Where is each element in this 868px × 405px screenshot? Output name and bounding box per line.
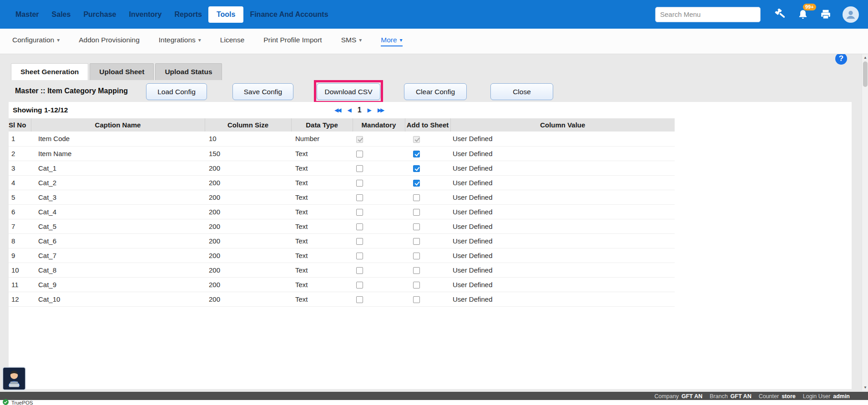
subnav-more[interactable]: More▾ (381, 36, 402, 46)
add-to-sheet-checkbox[interactable] (413, 238, 420, 245)
scroll-up-button[interactable]: ▲ (862, 54, 868, 61)
help-icon[interactable]: ? (835, 53, 847, 65)
table-row: 4 Cat_2 200 Text User Defined (9, 175, 675, 190)
subnav-configuration[interactable]: Configuration▾ (12, 36, 60, 46)
first-page-button[interactable]: ◀◀ (334, 107, 341, 113)
add-to-sheet-checkbox[interactable] (413, 296, 420, 303)
cell-sl-no: 12 (9, 292, 31, 306)
nav-tools[interactable]: Tools (208, 6, 243, 23)
search-menu-input[interactable] (655, 7, 761, 22)
last-page-button[interactable]: ▶▶ (378, 107, 384, 113)
check-icon (3, 399, 9, 405)
cell-column-size: 200 (205, 175, 291, 190)
col-header-caption-name: Caption Name (31, 118, 205, 132)
vertical-scrollbar[interactable]: ▲ ▼ (862, 54, 868, 390)
mandatory-checkbox[interactable] (356, 253, 363, 259)
next-page-button[interactable]: ▶ (368, 107, 372, 113)
tab-sheet-generation[interactable]: Sheet Generation (11, 63, 88, 80)
download-csv-button[interactable]: Download CSV (317, 83, 380, 100)
nav-master[interactable]: Master (9, 6, 45, 23)
cell-sl-no: 6 (9, 204, 31, 219)
mandatory-checkbox[interactable] (356, 194, 363, 201)
printer-icon[interactable] (820, 9, 832, 20)
subnav-addon-provisioning-label: Addon Provisioning (79, 36, 140, 44)
support-chat-avatar[interactable] (2, 367, 26, 390)
subnav-print-profile-import[interactable]: Print Profile Import (263, 36, 322, 46)
cell-mandatory (353, 292, 405, 306)
mandatory-checkbox[interactable] (356, 180, 363, 187)
cell-column-size: 10 (205, 132, 291, 146)
cell-data-type: Text (291, 190, 353, 204)
tab-upload-status[interactable]: Upload Status (155, 63, 222, 80)
mandatory-checkbox[interactable] (356, 296, 363, 303)
current-page-number[interactable]: 1 (358, 106, 362, 114)
load-config-button[interactable]: Load Config (146, 83, 207, 100)
subnav-license[interactable]: License (220, 36, 244, 46)
tab-upload-sheet[interactable]: Upload Sheet (90, 63, 154, 80)
mandatory-checkbox[interactable] (356, 151, 363, 157)
subnav-addon-provisioning[interactable]: Addon Provisioning (79, 36, 140, 46)
close-button[interactable]: Close (490, 83, 553, 100)
cell-caption-name: Item Name (31, 146, 205, 161)
mandatory-checkbox[interactable] (356, 282, 363, 289)
cell-column-size: 200 (205, 277, 291, 292)
cell-column-size: 200 (205, 263, 291, 277)
mandatory-checkbox[interactable] (356, 209, 363, 216)
cell-sl-no: 10 (9, 263, 31, 277)
nav-purchase[interactable]: Purchase (77, 6, 122, 23)
user-avatar[interactable] (843, 6, 859, 23)
add-to-sheet-checkbox[interactable] (413, 151, 420, 157)
prev-page-button[interactable]: ◀ (347, 107, 351, 113)
add-to-sheet-checkbox[interactable] (413, 180, 420, 187)
cell-column-value: User Defined (450, 175, 675, 190)
cell-mandatory (353, 233, 405, 248)
add-to-sheet-checkbox[interactable] (413, 223, 420, 230)
col-header-column-size: Column Size (205, 118, 291, 132)
chevron-down-icon: ▾ (359, 37, 362, 43)
clear-config-button[interactable]: Clear Config (404, 83, 467, 100)
add-to-sheet-checkbox[interactable] (413, 253, 420, 259)
cell-column-value: User Defined (450, 190, 675, 204)
add-to-sheet-checkbox[interactable] (413, 165, 420, 172)
cell-add-to-sheet (405, 219, 450, 233)
cell-data-type: Text (291, 146, 353, 161)
cell-column-value: User Defined (450, 292, 675, 306)
table-row: 5 Cat_3 200 Text User Defined (9, 190, 675, 204)
cell-column-size: 200 (205, 219, 291, 233)
scroll-down-button[interactable]: ▼ (862, 384, 868, 390)
add-to-sheet-checkbox[interactable] (413, 267, 420, 274)
mandatory-checkbox[interactable] (356, 267, 363, 274)
cell-data-type: Text (291, 277, 353, 292)
save-config-button[interactable]: Save Config (232, 83, 293, 100)
cell-mandatory (353, 263, 405, 277)
gavel-icon[interactable] (774, 9, 786, 20)
subnav-integrations[interactable]: Integrations▾ (159, 36, 201, 46)
tab-strip: Sheet Generation Upload Sheet Upload Sta… (11, 63, 223, 80)
add-to-sheet-checkbox[interactable] (413, 282, 420, 289)
nav-sales[interactable]: Sales (45, 6, 77, 23)
table-row: 6 Cat_4 200 Text User Defined (9, 204, 675, 219)
col-header-data-type: Data Type (291, 118, 353, 132)
add-to-sheet-checkbox[interactable] (413, 209, 420, 216)
scrollbar-thumb[interactable] (863, 61, 868, 87)
cell-caption-name: Cat_8 (31, 263, 205, 277)
cell-sl-no: 1 (9, 132, 31, 146)
login-user-label: Login User (803, 393, 830, 400)
bell-icon[interactable]: 99+ (797, 9, 809, 20)
nav-reports[interactable]: Reports (168, 6, 208, 23)
counter-value: store (782, 393, 796, 400)
subnav-more-label: More (381, 36, 397, 44)
top-navigation-bar: Master Sales Purchase Inventory Reports … (0, 0, 868, 29)
mandatory-checkbox[interactable] (356, 223, 363, 230)
cell-add-to-sheet (405, 248, 450, 263)
cell-sl-no: 11 (9, 277, 31, 292)
cell-data-type: Text (291, 175, 353, 190)
add-to-sheet-checkbox[interactable] (413, 194, 420, 201)
mandatory-checkbox[interactable] (356, 238, 363, 245)
cell-column-value: User Defined (450, 132, 675, 146)
nav-finance-and-accounts[interactable]: Finance And Accounts (243, 6, 334, 23)
subnav-sms[interactable]: SMS▾ (341, 36, 362, 46)
cell-column-size: 200 (205, 190, 291, 204)
nav-inventory[interactable]: Inventory (122, 6, 168, 23)
mandatory-checkbox[interactable] (356, 165, 363, 172)
